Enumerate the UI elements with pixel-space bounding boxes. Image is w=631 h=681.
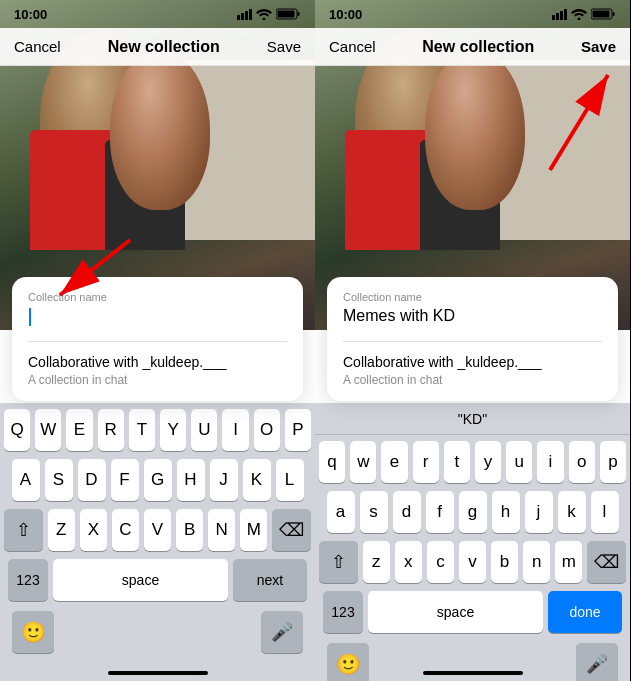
collection-item-sub-left: A collection in chat <box>28 373 287 387</box>
key-B[interactable]: B <box>176 509 203 551</box>
collection-label-right: Collection name <box>343 291 602 303</box>
cancel-button-right[interactable]: Cancel <box>329 38 376 55</box>
key-J[interactable]: J <box>210 459 238 501</box>
key-m-r[interactable]: m <box>555 541 582 583</box>
sheet-divider-left <box>28 341 287 342</box>
key-shift-right[interactable]: ⇧ <box>319 541 358 583</box>
key-d-r[interactable]: d <box>393 491 421 533</box>
key-i-r[interactable]: i <box>537 441 563 483</box>
wifi-icon <box>256 9 272 20</box>
home-indicator-right <box>423 671 523 675</box>
key-a-r[interactable]: a <box>327 491 355 533</box>
key-k-r[interactable]: k <box>558 491 586 533</box>
key-s-r[interactable]: s <box>360 491 388 533</box>
key-delete-right[interactable]: ⌫ <box>587 541 626 583</box>
svg-rect-1 <box>241 13 244 20</box>
key-l-r[interactable]: l <box>591 491 619 533</box>
right-phone-panel: 10:00 Cancel New collection Save Collect… <box>315 0 630 681</box>
keyboard-left: Q W E R T Y U I O P A S D F G H J K L <box>0 403 315 681</box>
status-bar-right: 10:00 <box>315 0 630 28</box>
key-E[interactable]: E <box>66 409 92 451</box>
key-W[interactable]: W <box>35 409 61 451</box>
emoji-button-left[interactable]: 🙂 <box>12 611 54 653</box>
key-o-r[interactable]: o <box>569 441 595 483</box>
key-Q[interactable]: Q <box>4 409 30 451</box>
save-button-left[interactable]: Save <box>267 38 301 55</box>
key-q-r[interactable]: q <box>319 441 345 483</box>
kb-bottom-left: 123 space next <box>4 559 311 601</box>
key-z-r[interactable]: z <box>363 541 390 583</box>
key-I[interactable]: I <box>222 409 248 451</box>
key-N[interactable]: N <box>208 509 235 551</box>
key-e-r[interactable]: e <box>381 441 407 483</box>
key-H[interactable]: H <box>177 459 205 501</box>
key-c-r[interactable]: c <box>427 541 454 583</box>
suggestion-text[interactable]: "KD" <box>458 411 487 427</box>
key-U[interactable]: U <box>191 409 217 451</box>
key-O[interactable]: O <box>254 409 280 451</box>
key-numbers-right[interactable]: 123 <box>323 591 363 633</box>
collection-item-title-left: Collaborative with _kuldeep.___ <box>28 354 287 370</box>
key-M[interactable]: M <box>240 509 267 551</box>
key-V[interactable]: V <box>144 509 171 551</box>
key-v-r[interactable]: v <box>459 541 486 583</box>
key-F[interactable]: F <box>111 459 139 501</box>
svg-point-14 <box>578 17 581 20</box>
key-K[interactable]: K <box>243 459 271 501</box>
status-icons <box>237 8 301 20</box>
key-g-r[interactable]: g <box>459 491 487 533</box>
key-P[interactable]: P <box>285 409 311 451</box>
clothing-detail-2-right <box>420 140 500 250</box>
home-indicator-left <box>108 671 208 675</box>
key-T[interactable]: T <box>129 409 155 451</box>
svg-rect-6 <box>278 11 295 18</box>
key-u-r[interactable]: u <box>506 441 532 483</box>
svg-rect-2 <box>245 11 248 20</box>
key-L[interactable]: L <box>276 459 304 501</box>
key-y-r[interactable]: y <box>475 441 501 483</box>
mic-button-right[interactable]: 🎤 <box>576 643 618 681</box>
key-shift[interactable]: ⇧ <box>4 509 43 551</box>
mic-button-left[interactable]: 🎤 <box>261 611 303 653</box>
clothing-detail-2 <box>105 140 185 250</box>
key-h-r[interactable]: h <box>492 491 520 533</box>
key-numbers-left[interactable]: 123 <box>8 559 48 601</box>
key-t-r[interactable]: t <box>444 441 470 483</box>
key-G[interactable]: G <box>144 459 172 501</box>
emoji-button-right[interactable]: 🙂 <box>327 643 369 681</box>
key-j-r[interactable]: j <box>525 491 553 533</box>
kb-row-3-left: ⇧ Z X C V B N M ⌫ <box>4 509 311 551</box>
key-r-r[interactable]: r <box>413 441 439 483</box>
key-delete[interactable]: ⌫ <box>272 509 311 551</box>
collection-input-right[interactable]: Memes with KD <box>343 307 602 329</box>
status-icons-right <box>552 8 616 20</box>
save-button-right[interactable]: Save <box>581 38 616 55</box>
status-bar: 10:00 <box>0 0 315 28</box>
key-A[interactable]: A <box>12 459 40 501</box>
key-C[interactable]: C <box>112 509 139 551</box>
collection-input-left[interactable] <box>28 307 287 329</box>
key-S[interactable]: S <box>45 459 73 501</box>
cancel-button-left[interactable]: Cancel <box>14 38 61 55</box>
key-n-r[interactable]: n <box>523 541 550 583</box>
key-w-r[interactable]: w <box>350 441 376 483</box>
key-space-left[interactable]: space <box>53 559 228 601</box>
key-p-r[interactable]: p <box>600 441 626 483</box>
key-Z[interactable]: Z <box>48 509 75 551</box>
key-done-right[interactable]: done <box>548 591 622 633</box>
key-Y[interactable]: Y <box>160 409 186 451</box>
key-x-r[interactable]: x <box>395 541 422 583</box>
key-next-left[interactable]: next <box>233 559 307 601</box>
battery-icon <box>276 8 301 20</box>
key-f-r[interactable]: f <box>426 491 454 533</box>
kb-row-2-right: a s d f g h j k l <box>319 491 626 533</box>
key-R[interactable]: R <box>98 409 124 451</box>
sheet-divider-right <box>343 341 602 342</box>
collection-sheet-right: Collection name Memes with KD Collaborat… <box>327 277 618 401</box>
key-space-right[interactable]: space <box>368 591 543 633</box>
key-b-r[interactable]: b <box>491 541 518 583</box>
key-D[interactable]: D <box>78 459 106 501</box>
key-X[interactable]: X <box>80 509 107 551</box>
svg-rect-13 <box>564 9 567 20</box>
building-background <box>185 60 315 240</box>
